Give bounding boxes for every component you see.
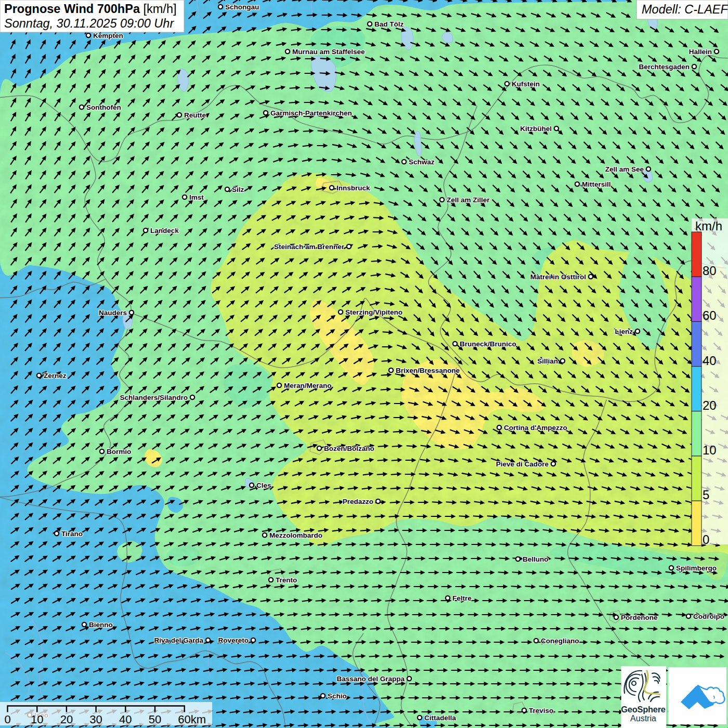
svg-text:Sonntag, 30.11.2025 09:00 Uhr: Sonntag, 30.11.2025 09:00 Uhr [4, 17, 174, 30]
svg-text:Kitzbühel: Kitzbühel [520, 125, 552, 133]
svg-text:Garmisch-Partenkirchen: Garmisch-Partenkirchen [270, 109, 352, 117]
svg-text:Schlanders/Silandro: Schlanders/Silandro [120, 394, 188, 401]
svg-text:Murnau am Staffelsee: Murnau am Staffelsee [292, 48, 365, 56]
svg-text:60km: 60km [178, 713, 206, 726]
svg-text:GeoSphere: GeoSphere [621, 705, 665, 714]
svg-text:Conegliano: Conegliano [541, 637, 579, 645]
svg-text:0: 0 [4, 713, 10, 726]
svg-text:40: 40 [703, 354, 717, 368]
svg-text:Mezzolombardo: Mezzolombardo [269, 531, 322, 539]
svg-text:Lienz: Lienz [615, 328, 633, 335]
svg-text:Silz: Silz [232, 186, 244, 193]
svg-text:Pieve di Cadore: Pieve di Cadore [496, 460, 549, 468]
svg-text:Bienno: Bienno [89, 621, 113, 629]
svg-text:Brixen/Bressanone: Brixen/Bressanone [396, 367, 460, 374]
svg-text:10: 10 [31, 713, 43, 726]
svg-text:Zernez: Zernez [44, 372, 67, 380]
svg-text:Matrei in Osttirol: Matrei in Osttirol [530, 273, 586, 281]
svg-text:Feltre: Feltre [452, 594, 472, 602]
svg-text:Steinach am Brenner: Steinach am Brenner [274, 243, 345, 251]
svg-text:Bad Tölz: Bad Tölz [374, 20, 404, 28]
svg-text:10: 10 [703, 443, 717, 457]
svg-text:60: 60 [703, 308, 717, 322]
svg-text:Predazzo: Predazzo [343, 498, 373, 505]
svg-text:Modell: C-LAEF: Modell: C-LAEF [642, 3, 728, 16]
svg-text:5: 5 [703, 488, 709, 502]
svg-text:Schongau: Schongau [225, 3, 259, 11]
svg-text:Nauders: Nauders [99, 309, 127, 317]
svg-text:Landeck: Landeck [150, 227, 179, 235]
svg-text:Cles: Cles [256, 482, 271, 489]
svg-text:50: 50 [149, 713, 161, 726]
svg-text:20: 20 [60, 713, 73, 726]
svg-text:Prognose Wind 700hPa [km/h]: Prognose Wind 700hPa [km/h] [4, 2, 176, 16]
svg-text:Berchtesgaden: Berchtesgaden [639, 63, 690, 71]
svg-text:Sonthofen: Sonthofen [86, 103, 121, 111]
svg-text:Innsbruck: Innsbruck [336, 184, 370, 192]
svg-text:Cortina d'Ampezzo: Cortina d'Ampezzo [504, 424, 567, 432]
svg-text:Sillian: Sillian [537, 357, 558, 365]
svg-text:Imst: Imst [189, 193, 204, 201]
svg-text:Bozen/Bolzano: Bozen/Bolzano [324, 445, 374, 452]
svg-text:Schwaz: Schwaz [409, 158, 435, 166]
svg-text:Hallein: Hallein [689, 48, 712, 56]
svg-text:Pordenone: Pordenone [621, 614, 658, 621]
svg-text:Riva del Garda: Riva del Garda [154, 636, 203, 644]
svg-text:Treviso: Treviso [529, 707, 553, 714]
svg-text:0: 0 [703, 532, 709, 547]
svg-text:Spilimbergo: Spilimbergo [676, 564, 717, 572]
svg-text:Trento: Trento [276, 576, 297, 584]
svg-text:40: 40 [119, 713, 132, 726]
svg-text:20: 20 [703, 398, 717, 412]
svg-text:Tirano: Tirano [61, 530, 83, 538]
svg-text:Sterzing/Vipiteno: Sterzing/Vipiteno [345, 308, 402, 316]
svg-text:Zell am Ziller: Zell am Ziller [447, 196, 490, 204]
svg-text:Bormio: Bormio [107, 448, 131, 456]
svg-text:Bassano del Grappa: Bassano del Grappa [336, 675, 405, 683]
svg-text:Kempten: Kempten [93, 32, 123, 40]
svg-text:Rovereto: Rovereto [218, 636, 249, 644]
svg-text:Reutte: Reutte [184, 111, 206, 119]
svg-text:Meran/Merano: Meran/Merano [284, 382, 332, 389]
svg-text:Bruneck/Brunico: Bruneck/Brunico [460, 340, 516, 348]
svg-text:80: 80 [703, 264, 717, 278]
svg-text:Cittadella: Cittadella [424, 714, 456, 722]
svg-text:Kufstein: Kufstein [512, 80, 540, 88]
svg-text:Zell am See: Zell am See [605, 165, 644, 173]
svg-text:km/h: km/h [695, 219, 722, 233]
svg-text:30: 30 [89, 713, 102, 726]
svg-text:Schio: Schio [328, 692, 347, 700]
svg-text:Austria: Austria [630, 714, 656, 723]
svg-text:Belluno: Belluno [523, 555, 549, 563]
svg-text:Mittersill: Mittersill [582, 180, 611, 188]
svg-text:Codroipo: Codroipo [693, 613, 724, 620]
